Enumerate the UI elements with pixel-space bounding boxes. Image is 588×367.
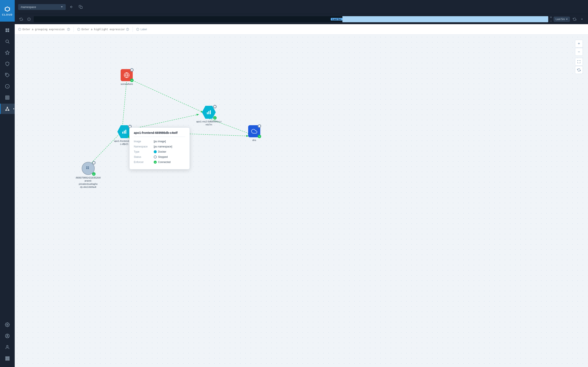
graph-area[interactable]: somewhere apo1-ms2-5dfb8454cc-tmb7m — [15, 34, 588, 367]
sidebar-item-tags[interactable] — [0, 70, 15, 80]
timeline-info-btn[interactable] — [26, 16, 32, 22]
tooltip-row-enforcer: Enforcer Connected — [134, 161, 185, 164]
reset-icon — [577, 68, 581, 72]
node-somewhere[interactable]: somewhere — [121, 69, 133, 85]
label-text: Label — [140, 28, 147, 31]
graph-fit-btn[interactable] — [575, 58, 583, 66]
tooltip-value-type: Docker — [154, 150, 166, 153]
connections-svg — [15, 34, 588, 367]
cloud-icon-dns — [251, 128, 257, 134]
svg-marker-23 — [13, 108, 15, 109]
node-badge-bottom-private — [92, 172, 95, 176]
copy-icon — [79, 5, 83, 9]
svg-rect-64 — [208, 111, 209, 114]
label-filter: Label — [136, 28, 147, 31]
user-circle-icon — [5, 334, 10, 338]
svg-line-7 — [8, 42, 9, 43]
tooltip-value-enforcer: Connected — [154, 161, 171, 164]
highlight-filter — [77, 28, 129, 31]
svg-rect-32 — [7, 358, 8, 359]
svg-point-8 — [6, 74, 7, 75]
filter-divider-2 — [132, 27, 133, 32]
node-apo1-ms2[interactable]: apo1-ms2-5dfb8454cc-tmb7m — [196, 106, 221, 126]
svg-rect-71 — [86, 167, 87, 167]
timeline-track[interactable]: Last 5m — [34, 16, 548, 22]
graph-zoom-in-btn[interactable]: + — [575, 40, 583, 48]
time-select[interactable]: Last 5m — [554, 17, 570, 22]
network-icon — [5, 106, 10, 111]
sidebar-item-info[interactable] — [0, 81, 15, 92]
dropdown-btn[interactable] — [579, 17, 585, 22]
graph-reset-btn[interactable] — [575, 66, 583, 74]
tooltip-key-image: Image — [134, 140, 151, 143]
group-expression-input[interactable] — [23, 28, 66, 31]
grid-icon-private — [86, 166, 91, 171]
sidebar-item-shield[interactable] — [0, 59, 15, 69]
timeline-zoom-out[interactable]: − — [550, 19, 552, 23]
filter-divider-1 — [73, 27, 74, 32]
settings-icon — [5, 322, 10, 327]
filter-bar: Label — [15, 24, 588, 34]
dashboard-icon — [5, 28, 10, 33]
stop-icon-ms2 — [214, 106, 216, 108]
graph-zoom-in-label: + — [578, 42, 580, 46]
sidebar-item-settings[interactable] — [0, 319, 15, 330]
node-dns[interactable]: dns — [248, 125, 260, 142]
sidebar-item-network[interactable] — [0, 104, 15, 114]
node-badge-top-private — [92, 161, 95, 165]
check-enforcer-icon — [154, 161, 156, 163]
svg-rect-74 — [88, 168, 89, 169]
svg-rect-67 — [122, 132, 123, 134]
tooltip-key-status: Status — [134, 155, 151, 158]
time-select-value: Last 5m — [556, 18, 565, 21]
back-button[interactable] — [68, 4, 75, 10]
copy-button[interactable] — [78, 4, 84, 10]
svg-rect-3 — [8, 28, 9, 30]
timeline-zoom-in[interactable]: + — [550, 16, 552, 19]
timeline-refresh-icon — [19, 17, 23, 21]
svg-point-6 — [6, 40, 9, 43]
node-label-somewhere: somewhere — [121, 83, 133, 85]
svg-line-55 — [122, 80, 127, 127]
refresh-btn[interactable] — [571, 16, 578, 22]
graph-zoom-out-btn[interactable]: − — [575, 48, 583, 56]
svg-point-26 — [7, 335, 8, 336]
svg-rect-62 — [131, 69, 133, 71]
app-logo[interactable]: CLOUD — [0, 0, 15, 22]
tooltip-key-namespace: Namespace — [134, 145, 151, 148]
node-badge-top-ms2 — [213, 105, 216, 108]
sidebar: CLOUD — [0, 0, 15, 367]
sidebar-item-user-circle[interactable] — [0, 331, 15, 341]
star-icon — [5, 50, 10, 55]
sidebar-item-dashboard[interactable] — [0, 25, 15, 35]
node-badge-bottom-dns — [258, 135, 261, 138]
namespace-selector[interactable]: /namespace — [18, 4, 66, 10]
svg-rect-35 — [7, 359, 8, 360]
globe-icon — [124, 72, 130, 78]
svg-point-17 — [7, 107, 8, 108]
svg-rect-65 — [210, 110, 211, 114]
svg-rect-63 — [207, 112, 208, 114]
svg-rect-29 — [7, 357, 8, 358]
sidebar-item-search[interactable] — [0, 36, 15, 47]
timeline-bar: Last 5m + − Last 5m — [15, 14, 588, 24]
sidebar-item-favorites[interactable] — [0, 48, 15, 58]
timeline-refresh-btn[interactable] — [18, 16, 24, 22]
sidebar-item-apps[interactable] — [0, 353, 15, 364]
highlight-expression-input[interactable] — [81, 28, 125, 31]
stop-icon-dns — [259, 125, 260, 127]
apps-icon — [5, 356, 10, 361]
tooltip-key-enforcer: Enforcer — [134, 161, 151, 164]
svg-rect-72 — [88, 167, 89, 167]
svg-rect-68 — [124, 131, 125, 134]
node-label-apo1-ms2: apo1-ms2-5dfb8454cc-tmb7m — [196, 120, 221, 126]
sidebar-item-table[interactable] — [0, 92, 15, 103]
chart-icon-frontend — [122, 129, 127, 134]
svg-point-24 — [7, 324, 8, 325]
svg-rect-31 — [6, 358, 7, 359]
shield-icon — [5, 61, 10, 66]
node-private-cloud[interactable]: /806079891421835264/anand-privatecloud/a… — [75, 162, 101, 188]
sidebar-item-profile[interactable] — [0, 342, 15, 352]
node-tooltip: apo1-frontend-669986db-c4wlf Image [pu i… — [129, 127, 190, 169]
enforcer-dot — [154, 161, 157, 164]
